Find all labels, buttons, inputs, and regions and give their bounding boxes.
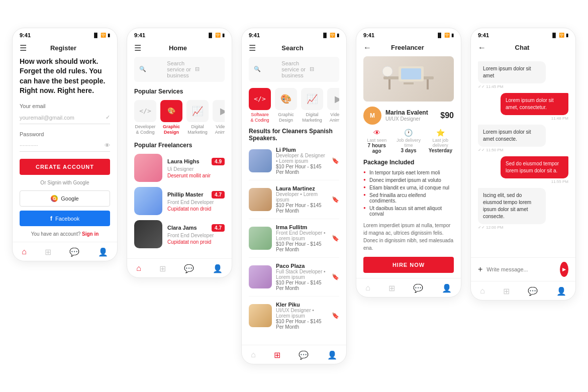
result-name-2: Laura Martinez [276,185,328,191]
wifi-icon-2: 🛜 [215,33,221,38]
nav-home-5[interactable]: ⌂ [480,286,485,296]
msg-bubble-2: Lorem ipsum dolor sit amet, consectetur. [501,93,568,115]
bookmark-icon-3[interactable]: 🔖 [332,235,339,242]
result-img-2 [249,188,272,211]
nav-home-3[interactable]: ⌂ [251,350,256,360]
signin-link[interactable]: Sign in [82,231,99,237]
filter-icon-3[interactable]: ⊟ [310,66,334,72]
freelancer-content: M Marina Evalent UI/UX Designer $90 👁 La… [356,56,461,278]
service-design-search[interactable]: 🎨 Graphic Design [275,88,297,123]
clock-stat-icon: 🕐 [395,129,422,137]
freelancer-card-2[interactable]: Phillip Master 4.7 Front End Developer C… [134,187,225,215]
google-icon: G [51,195,58,202]
google-signin-button[interactable]: G Google [20,190,110,207]
service-item-coding[interactable]: </> Developer & Coding [134,100,156,135]
divider-text: Or Signin with Google [20,180,110,185]
msg-wrapper-2: Lorem ipsum dolor sit amet, consectetur.… [478,93,568,121]
nav-briefcase-5[interactable]: ⊞ [503,286,510,296]
nav-briefcase-4[interactable]: ⊞ [388,283,395,293]
svg-rect-1 [388,79,390,89]
filter-icon-2[interactable]: ⊟ [195,66,220,72]
nav-briefcase-1[interactable]: ⊞ [45,247,51,257]
hire-now-button[interactable]: HIRE NOW [363,257,454,273]
message-input[interactable] [486,266,556,272]
hamburger-menu-icon-3[interactable]: ☰ [249,43,256,53]
msg-wrapper-5: Iscing elit, sed do eiusmod tempo lorem … [478,188,568,230]
bottom-nav-2: ⌂ ⊞ 💬 👤 [127,258,232,277]
password-label: Password [20,131,110,137]
nav-profile-2[interactable]: 👤 [213,264,223,273]
status-bar-3: 9:41 ▐▌ 🛜 ▮ [242,28,346,40]
service-video-search[interactable]: ▶ Video & Animatic [327,88,339,123]
service-item-video[interactable]: ▶ Video & Animatic [213,100,225,135]
service-item-marketing[interactable]: 📈 Digital Marketing [186,100,209,135]
bookmark-icon-4[interactable]: 🔖 [332,273,339,280]
nav-profile-4[interactable]: 👤 [442,283,452,293]
result-card-2[interactable]: Laura Martinez Developer • Lorem ipsum $… [249,185,339,219]
result-name-4: Paco Plaza [276,263,328,269]
result-img-3 [249,227,272,250]
freelancer-img-1 [134,154,162,182]
profile-role: UI/UX Designer [385,116,428,122]
result-card-3[interactable]: Irma Fullitm Front End Developer • Lorem… [249,224,339,258]
result-card-4[interactable]: Paco Plaza Full Stack Developer • Lorem … [249,263,339,297]
result-card-1[interactable]: Li Plum Developer & Designer • Lorem ips… [249,147,339,180]
nav-profile-3[interactable]: 👤 [327,350,337,360]
nav-profile-1[interactable]: 👤 [98,247,108,257]
email-input[interactable]: youremail@gmail.com [20,115,74,121]
nav-chat-4[interactable]: 💬 [413,283,423,293]
bookmark-icon-1[interactable]: 🔖 [332,157,339,164]
nav-briefcase-3[interactable]: ⊞ [274,350,280,360]
freelancer-card-1[interactable]: Laura Highs 4.9 Ui Designer Deserunt mol… [134,154,225,182]
time-1: 9:41 [20,32,31,38]
nav-bar-3: ☰ Search [242,40,346,57]
freelancer-name-1: Laura Highs [167,158,200,164]
result-card-5[interactable]: Kler Piku UI/UX Designer • Lorem ipsum $… [249,302,339,335]
nav-chat-1[interactable]: 💬 [69,247,79,257]
nav-home-2[interactable]: ⌂ [136,264,141,273]
password-input-row[interactable]: ············ 👁 [20,139,110,152]
freelancer-desc-2: Cupidatat non droid [167,206,225,212]
video-icon-search: ▶ [327,88,339,110]
service-coding-search[interactable]: </> Software & Coding [249,88,271,123]
nav-chat-3[interactable]: 💬 [299,350,309,360]
plus-icon[interactable]: + [478,265,482,274]
wifi-icon-3: 🛜 [330,33,335,38]
stat-delivery-time: 🕐 Job delivery time 3 days [395,129,422,154]
nav-profile-5[interactable]: 👤 [556,286,566,296]
bookmark-icon-2[interactable]: 🔖 [332,196,339,203]
result-role-5: UI/UX Designer • Lorem ipsum [276,308,328,319]
nav-bar-1: ☰ Register [13,40,117,57]
hamburger-menu-icon-2[interactable]: ☰ [134,43,141,53]
stat-label-3: Last job delivery [427,138,454,148]
results-title: Results for Cleaners Spanish Speakers. [249,128,339,142]
status-bar-4: 9:41 ▐▌ 🛜 ▮ [356,28,461,40]
status-bar-1: 9:41 ▐▌ 🛜 ▮ [13,28,117,40]
search-bar-2[interactable]: 🔍 Search service or business ⊟ [134,57,225,82]
bottom-nav-1: ⌂ ⊞ 💬 👤 [13,242,117,261]
service-marketing-search[interactable]: 📈 Digital Marketing [301,88,323,123]
back-arrow-4[interactable]: ← [363,43,371,52]
nav-home-1[interactable]: ⌂ [22,247,27,257]
nav-home-4[interactable]: ⌂ [365,283,370,293]
hamburger-menu-icon[interactable]: ☰ [20,43,27,53]
nav-chat-2[interactable]: 💬 [184,264,194,273]
create-account-button[interactable]: CREATE ACCOUNT [20,159,110,175]
facebook-signin-button[interactable]: f Facebook [20,211,110,226]
service-item-design[interactable]: 🎨 Graphic Design [160,100,182,135]
chat-input-bar[interactable]: + ► [471,257,575,281]
msg-time-5: ✓✓ 12:00 PM [478,225,503,230]
send-button[interactable]: ► [560,262,568,277]
nav-briefcase-2[interactable]: ⊞ [159,264,166,273]
stat-value-2: 3 days [395,148,422,153]
screen-title-5: Chat [515,44,530,51]
result-price-1: $10 Per Hour - $145 Per Month [276,164,328,175]
bookmark-icon-5[interactable]: 🔖 [332,312,339,319]
back-arrow-5[interactable]: ← [478,43,486,52]
battery-icon-5: ▮ [566,33,568,38]
freelancer-card-3[interactable]: Clara Jams 4.7 Front End Developer Cupid… [134,220,225,248]
search-bar-3[interactable]: 🔍 Search service or business ⊟ [249,57,339,82]
password-input[interactable]: ············ [20,142,38,148]
nav-chat-5[interactable]: 💬 [528,286,538,296]
email-input-row[interactable]: youremail@gmail.com ✓ [20,111,110,124]
